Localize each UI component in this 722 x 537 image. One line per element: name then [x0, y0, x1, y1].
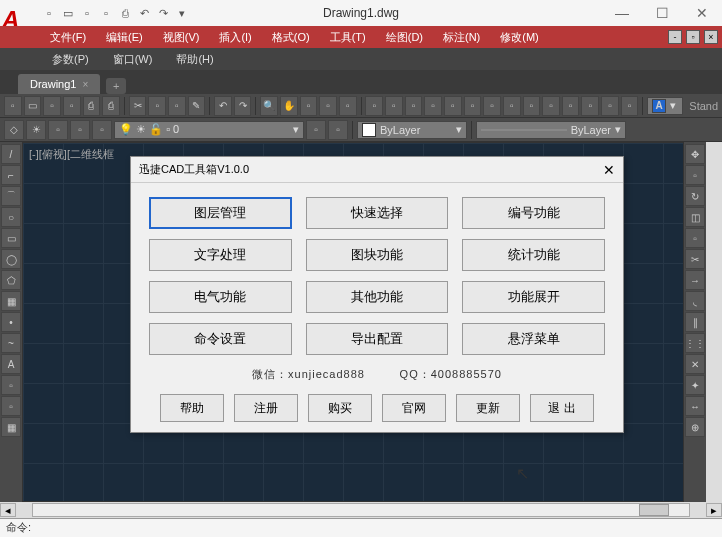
func-statistics-button[interactable]: 统计功能	[462, 239, 605, 271]
toolbar-icon[interactable]: ▫	[523, 96, 541, 116]
menu-view[interactable]: 视图(V)	[153, 26, 210, 48]
func-float-menu-button[interactable]: 悬浮菜单	[462, 323, 605, 355]
toolbar-icon[interactable]: ▫	[43, 96, 61, 116]
toolbar-icon[interactable]: ⎙	[83, 96, 101, 116]
mdi-restore-button[interactable]: ▫	[686, 30, 700, 44]
color-select[interactable]: ByLayer▾	[357, 121, 467, 139]
open-icon[interactable]: ▭	[59, 4, 77, 22]
tab-close-icon[interactable]: ×	[82, 79, 88, 90]
toolbar-icon[interactable]: ⎙	[102, 96, 120, 116]
layer-icon[interactable]: ▫	[328, 120, 348, 140]
toolbar-icon[interactable]: ▫	[562, 96, 580, 116]
update-button[interactable]: 更新	[456, 394, 520, 422]
offset-icon[interactable]: ∥	[685, 312, 705, 332]
line-icon[interactable]: /	[1, 144, 21, 164]
menu-file[interactable]: 文件(F)	[40, 26, 96, 48]
layer-icon[interactable]: ▫	[70, 120, 90, 140]
toolbar-icon[interactable]: ▫	[464, 96, 482, 116]
undo-icon[interactable]: ↶	[135, 4, 153, 22]
toolbar-icon[interactable]: ▫	[385, 96, 403, 116]
func-numbering-button[interactable]: 编号功能	[462, 197, 605, 229]
array-icon[interactable]: ⋮⋮	[685, 333, 705, 353]
dialog-close-button[interactable]: ✕	[603, 162, 615, 178]
move-icon[interactable]: ✥	[685, 144, 705, 164]
layer-select[interactable]: 💡 ☀ 🔓 ▫ 0 ▾	[114, 121, 304, 139]
save-icon[interactable]: ▫	[78, 4, 96, 22]
redo-icon[interactable]: ↷	[234, 96, 252, 116]
func-expand-button[interactable]: 功能展开	[462, 281, 605, 313]
toolbar-icon[interactable]: ▫	[63, 96, 81, 116]
mdi-minimize-button[interactable]: -	[668, 30, 682, 44]
fillet-icon[interactable]: ◟	[685, 291, 705, 311]
close-button[interactable]: ✕	[682, 0, 722, 26]
spline-icon[interactable]: ~	[1, 333, 21, 353]
menu-window[interactable]: 窗口(W)	[101, 48, 165, 70]
circle-icon[interactable]: ○	[1, 207, 21, 227]
pan-icon[interactable]: ✋	[280, 96, 298, 116]
rectangle-icon[interactable]: ▭	[1, 228, 21, 248]
print-icon[interactable]: ⎙	[116, 4, 134, 22]
layer-icon[interactable]: ◇	[4, 120, 24, 140]
tab-add-button[interactable]: +	[106, 78, 126, 94]
menu-dimension[interactable]: 标注(N)	[433, 26, 490, 48]
vertical-scrollbar[interactable]	[706, 142, 722, 502]
toolbar-icon[interactable]: ▫	[483, 96, 501, 116]
arc-icon[interactable]: ⌒	[1, 186, 21, 206]
toolbar-icon[interactable]: ▫	[542, 96, 560, 116]
mirror-icon[interactable]: ◫	[685, 207, 705, 227]
toolbar-icon[interactable]: ▫	[365, 96, 383, 116]
toolbar-icon[interactable]: ▫	[581, 96, 599, 116]
table-icon[interactable]: ▦	[1, 417, 21, 437]
toolbar-icon[interactable]: ▫	[168, 96, 186, 116]
scroll-left-icon[interactable]: ◂	[0, 503, 16, 517]
func-text-button[interactable]: 文字处理	[149, 239, 292, 271]
toolbar-icon[interactable]: ▫	[319, 96, 337, 116]
text-icon[interactable]: A	[1, 354, 21, 374]
mdi-close-button[interactable]: ×	[704, 30, 718, 44]
menu-params[interactable]: 参数(P)	[40, 48, 101, 70]
help-button[interactable]: 帮助	[160, 394, 224, 422]
menu-format[interactable]: 格式(O)	[262, 26, 320, 48]
undo-icon[interactable]: ↶	[214, 96, 232, 116]
hatch-icon[interactable]: ▦	[1, 291, 21, 311]
maximize-button[interactable]: ☐	[642, 0, 682, 26]
toolbar-icon[interactable]: ▫	[148, 96, 166, 116]
func-export-config-button[interactable]: 导出配置	[306, 323, 449, 355]
menu-insert[interactable]: 插入(I)	[209, 26, 261, 48]
stretch-icon[interactable]: ↔	[685, 396, 705, 416]
lineweight-select[interactable]: ByLayer▾	[476, 121, 626, 139]
erase-icon[interactable]: ✕	[685, 354, 705, 374]
join-icon[interactable]: ⊕	[685, 417, 705, 437]
viewport-label[interactable]: [-][俯视][二维线框	[29, 147, 114, 162]
toolbar-icon[interactable]: ▫	[339, 96, 357, 116]
toolbar-icon[interactable]: ▫	[4, 96, 22, 116]
toolbar-icon[interactable]: ▫	[601, 96, 619, 116]
copy-icon[interactable]: ▫	[685, 165, 705, 185]
toolbar-icon[interactable]: ✂	[129, 96, 147, 116]
scroll-track[interactable]	[32, 503, 690, 517]
layer-icon[interactable]: ▫	[92, 120, 112, 140]
menu-help[interactable]: 帮助(H)	[164, 48, 225, 70]
minimize-button[interactable]: —	[602, 0, 642, 26]
func-command-settings-button[interactable]: 命令设置	[149, 323, 292, 355]
sun-icon[interactable]: ☀	[26, 120, 46, 140]
polygon-icon[interactable]: ⬠	[1, 270, 21, 290]
toolbar-icon[interactable]: ▫	[424, 96, 442, 116]
func-electrical-button[interactable]: 电气功能	[149, 281, 292, 313]
polyline-icon[interactable]: ⌐	[1, 165, 21, 185]
func-other-button[interactable]: 其他功能	[306, 281, 449, 313]
region-icon[interactable]: ▫	[1, 396, 21, 416]
extend-icon[interactable]: →	[685, 270, 705, 290]
layer-icon[interactable]: ▫	[306, 120, 326, 140]
qat-dropdown-icon[interactable]: ▾	[173, 4, 191, 22]
func-layer-manage-button[interactable]: 图层管理	[149, 197, 292, 229]
func-quick-select-button[interactable]: 快速选择	[306, 197, 449, 229]
trim-icon[interactable]: ✂	[685, 249, 705, 269]
menu-modify[interactable]: 修改(M)	[490, 26, 549, 48]
toolbar-icon[interactable]: ✎	[188, 96, 206, 116]
redo-icon[interactable]: ↷	[154, 4, 172, 22]
zoom-icon[interactable]: 🔍	[260, 96, 278, 116]
toolbar-icon[interactable]: ▫	[503, 96, 521, 116]
explode-icon[interactable]: ✦	[685, 375, 705, 395]
website-button[interactable]: 官网	[382, 394, 446, 422]
